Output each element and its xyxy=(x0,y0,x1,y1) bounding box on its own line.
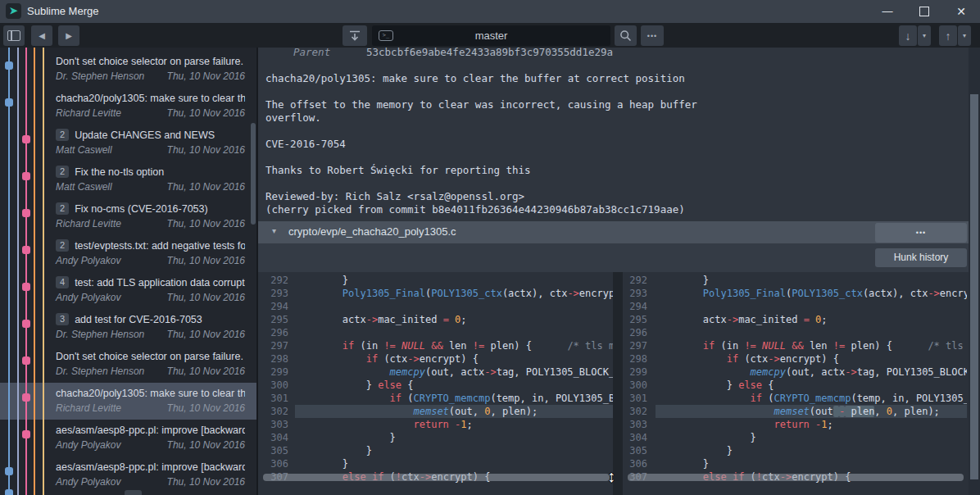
commit-row[interactable]: 2Update CHANGES and NEWSMatt CaswellThu,… xyxy=(0,125,256,161)
code-line[interactable]: 301 if (CRYPTO_memcmp(temp, in, POLY1305… xyxy=(623,392,967,405)
code-line[interactable]: 298 if (ctx->encrypt) { xyxy=(258,352,613,366)
code-line[interactable]: 301 if (CRYPTO_memcmp(temp, in, POLY1305… xyxy=(258,392,613,405)
code-line[interactable]: 299 memcpy(out, actx->tag, POLY1305_BLOC… xyxy=(258,366,613,379)
commit-author: Matt Caswell xyxy=(56,181,112,193)
push-dropdown-button[interactable]: ▾ xyxy=(958,25,971,46)
code-line[interactable]: 306 } xyxy=(623,457,967,470)
code-line[interactable]: 304 } xyxy=(623,431,967,444)
code-line[interactable]: 302 memset(out, 0, plen); xyxy=(258,405,613,418)
toolbar-more-button[interactable]: ••• xyxy=(641,25,664,46)
navigate-forward-button[interactable]: ▶ xyxy=(58,25,79,46)
commit-row[interactable]: chacha20/poly1305: make sure to clear th… xyxy=(0,88,256,125)
code-line[interactable]: 305 } xyxy=(623,444,967,457)
commit-row[interactable]: 3add test for CVE-2016-7053Dr. Stephen H… xyxy=(0,309,256,346)
commit-date: Thu, 10 Nov 2016 xyxy=(167,255,245,266)
commit-row[interactable]: Don't set choice selector on parse failu… xyxy=(0,51,256,88)
commit-graph-dot[interactable] xyxy=(22,135,30,143)
commit-row[interactable]: aes/asm/aesp8-ppc.pl: improve [backward]… xyxy=(0,456,256,493)
code-line[interactable]: 304 } xyxy=(258,431,613,444)
parent-hash[interactable]: 53cbcbf6e9abe4fe2433a89bf3c970355dd1e29a xyxy=(366,48,613,59)
commit-graph-dot[interactable] xyxy=(22,393,30,402)
graph-branch-line xyxy=(25,48,27,495)
commit-graph-dot[interactable] xyxy=(22,430,30,438)
code-line[interactable]: 293 Poly1305_Final(POLY1305_ctx(actx), c… xyxy=(258,287,613,300)
code-line[interactable]: 294 xyxy=(258,300,613,313)
commit-row[interactable]: Don't set choice selector on parse failu… xyxy=(0,346,256,383)
commit-graph-dot[interactable] xyxy=(22,246,30,254)
commit-row[interactable]: aes/asm/aesp8-ppc.pl: improve [backward]… xyxy=(0,420,256,456)
sidebar-layout-icon xyxy=(7,30,20,41)
line-number: 296 xyxy=(258,326,295,339)
diff-pane-new[interactable]: 292 }293 Poly1305_Final(POLY1305_ctx(act… xyxy=(623,274,967,484)
toggle-sidebar-button[interactable] xyxy=(3,25,25,46)
code-line[interactable]: 300 } else { xyxy=(258,379,613,392)
code-line[interactable]: 294 xyxy=(623,300,967,313)
code-line[interactable]: 298 if (ctx->encrypt) { xyxy=(623,352,967,366)
main-vscrollbar-track[interactable] xyxy=(969,48,980,495)
commit-row[interactable]: 2test/evptests.txt: add negative tests f… xyxy=(0,235,256,272)
commit-graph-dot[interactable] xyxy=(22,356,30,365)
commit-graph-dot[interactable] xyxy=(22,209,30,217)
file-more-button[interactable]: ••• xyxy=(875,223,967,243)
right-pane-hscrollbar-thumb[interactable] xyxy=(628,474,964,481)
commit-message-area: Parent 53cbcbf6e9abe4fe2433a89bf3c970355… xyxy=(258,48,969,221)
line-number: 295 xyxy=(623,313,656,326)
code-line[interactable]: 296 xyxy=(623,326,967,339)
push-button[interactable]: ↑ xyxy=(939,25,957,46)
file-diff-header[interactable]: ▾ crypto/evp/e_chacha20_poly1305.c ••• xyxy=(258,221,969,243)
navigate-back-button[interactable]: ◀ xyxy=(31,25,52,46)
code-line[interactable]: 295 actx->mac_inited = 0; xyxy=(258,313,613,326)
code-line[interactable]: 305 } xyxy=(258,444,613,457)
line-number: 302 xyxy=(258,405,295,418)
main-vscrollbar-thumb[interactable] xyxy=(970,94,978,479)
search-button[interactable] xyxy=(615,25,637,46)
commit-graph-dot[interactable] xyxy=(5,61,13,70)
code-line[interactable]: 292 } xyxy=(623,274,967,287)
hunk-history-button[interactable]: Hunk history xyxy=(875,248,967,267)
code-line[interactable]: 303 return -1; xyxy=(623,418,967,431)
code-text: } xyxy=(656,274,967,287)
title-bar[interactable]: ➤ Sublime Merge — ✕ xyxy=(0,0,980,23)
commit-row[interactable]: 4test: add TLS application data corrupti… xyxy=(0,272,256,309)
commit-row[interactable]: 2Fix no-cms (CVE-2016-7053)Richard Levit… xyxy=(0,198,256,235)
code-line[interactable]: 296 xyxy=(258,326,613,339)
code-line[interactable]: 292 } xyxy=(258,274,613,287)
pull-dropdown-button[interactable]: ▾ xyxy=(918,25,931,46)
code-line[interactable]: 293 Poly1305_Final(POLY1305_ctx(actx), c… xyxy=(623,287,967,300)
commit-graph-dot[interactable] xyxy=(22,283,30,291)
code-line[interactable]: 299 memcpy(out, actx->tag, POLY1305_BLOC… xyxy=(623,366,967,379)
code-line[interactable]: 297 if (in != NULL && len != plen) { /* … xyxy=(623,339,967,352)
commit-button[interactable] xyxy=(343,25,367,46)
graph-branch-line xyxy=(8,48,10,495)
left-pane-hscrollbar-thumb[interactable] xyxy=(263,474,610,481)
sidebar-scrollbar-thumb[interactable] xyxy=(251,123,256,225)
commit-row[interactable]: chacha20/poly1305: make sure to clear th… xyxy=(0,383,256,420)
commit-message: chacha20/poly1305: make sure to clear th… xyxy=(265,59,697,216)
code-line[interactable]: 295 actx->mac_inited = 0; xyxy=(623,313,967,326)
code-text: return -1; xyxy=(656,418,967,431)
line-number: 293 xyxy=(258,287,295,300)
code-line[interactable]: 300 } else { xyxy=(623,379,967,392)
code-line[interactable]: 297 if (in != NULL && len != plen) { /* … xyxy=(258,339,613,352)
pull-button[interactable]: ↓ xyxy=(899,25,917,46)
diff-pane-divider[interactable] xyxy=(613,272,623,495)
stage-commit-icon xyxy=(348,30,361,42)
commit-graph-dot[interactable] xyxy=(22,172,30,180)
commit-graph-dot[interactable] xyxy=(5,98,13,107)
minimize-button[interactable]: — xyxy=(875,0,900,23)
commit-graph-dot[interactable] xyxy=(5,467,13,475)
commit-row[interactable]: 2Fix the no-tls optionMatt CaswellThu, 1… xyxy=(0,161,256,198)
commit-graph-dot[interactable] xyxy=(22,320,30,328)
code-line[interactable]: 302 memset(out - plen, 0, plen); xyxy=(623,405,967,418)
code-line[interactable]: 303 return -1; xyxy=(258,418,613,431)
collapse-file-icon[interactable]: ▾ xyxy=(272,226,276,235)
close-button[interactable]: ✕ xyxy=(949,0,973,23)
diff-pane-old[interactable]: 292 }293 Poly1305_Final(POLY1305_ctx(act… xyxy=(258,274,613,484)
commit-author: Andy Polyakov xyxy=(56,292,120,303)
code-line[interactable]: 306 } xyxy=(258,457,613,470)
maximize-button[interactable] xyxy=(912,0,937,23)
line-number: 297 xyxy=(623,339,656,352)
line-number: 297 xyxy=(258,339,295,352)
commit-detail-panel: Parent 53cbcbf6e9abe4fe2433a89bf3c970355… xyxy=(258,48,980,495)
command-palette-field[interactable]: >_ master xyxy=(372,25,610,46)
